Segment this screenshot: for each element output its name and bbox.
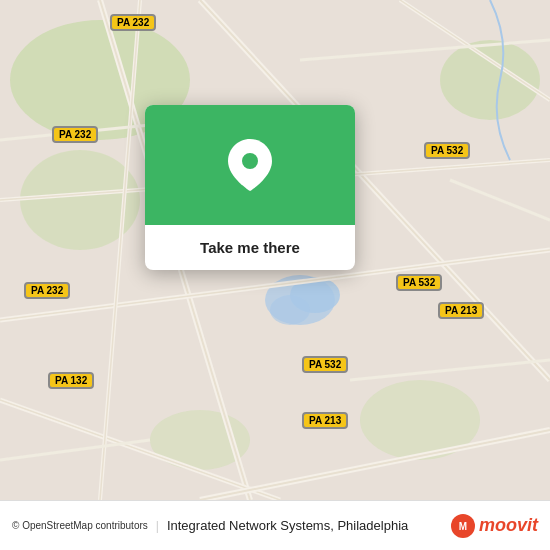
osm-copyright: © OpenStreetMap contributors — [12, 520, 148, 531]
svg-point-30 — [242, 153, 258, 169]
road-badge-pa132: PA 132 — [48, 372, 94, 389]
road-badge-pa232-top: PA 232 — [110, 14, 156, 31]
road-badge-pa532-mid: PA 532 — [396, 274, 442, 291]
location-pin-icon — [228, 139, 272, 191]
moovit-text: moovit — [479, 515, 538, 536]
moovit-icon: M — [451, 514, 475, 538]
separator: | — [156, 519, 159, 533]
svg-point-3 — [440, 40, 540, 120]
road-badge-pa532-top: PA 532 — [424, 142, 470, 159]
road-badge-pa213: PA 213 — [302, 412, 348, 429]
road-badge-pa532-lower: PA 532 — [302, 356, 348, 373]
road-badge-pa213-right: PA 213 — [438, 302, 484, 319]
location-title: Integrated Network Systems, Philadelphia — [167, 518, 443, 533]
bottom-bar: © OpenStreetMap contributors | Integrate… — [0, 500, 550, 550]
road-badge-pa232-lower: PA 232 — [24, 282, 70, 299]
moovit-logo: M moovit — [451, 514, 538, 538]
svg-text:M: M — [459, 521, 467, 532]
map-container[interactable]: PA 232 PA 232 PA 232 PA 132 PA 532 PA 53… — [0, 0, 550, 500]
svg-point-6 — [270, 295, 310, 325]
popup-button-section[interactable]: Take me there — [145, 225, 355, 270]
popup-green-section — [145, 105, 355, 225]
road-badge-pa232-left: PA 232 — [52, 126, 98, 143]
take-me-there-button[interactable]: Take me there — [192, 235, 308, 260]
popup-card: Take me there — [145, 105, 355, 270]
